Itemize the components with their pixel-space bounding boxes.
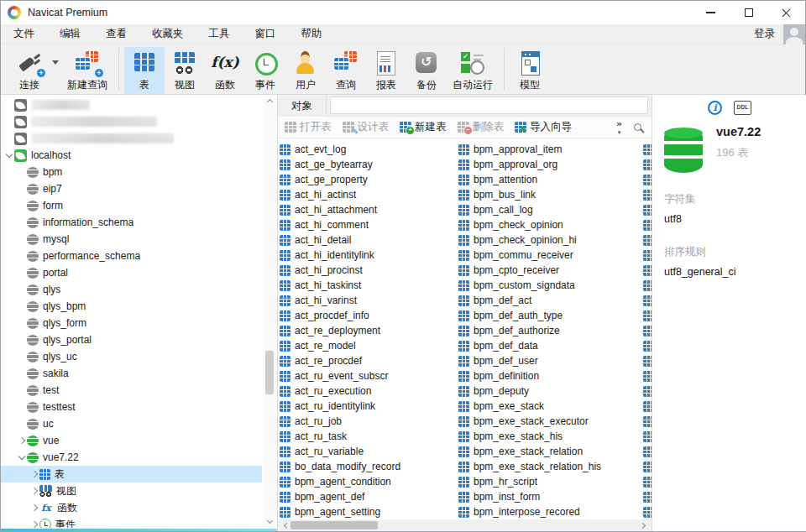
- toolbar-button-new-query[interactable]: +新建查询: [61, 47, 113, 94]
- tree-item-事件[interactable]: 事件: [1, 516, 262, 528]
- tree-item-mysql[interactable]: mysql: [1, 231, 262, 248]
- table-item[interactable]: bpm_exe_stack_executor: [458, 414, 636, 429]
- table-item-clipped[interactable]: [643, 157, 652, 172]
- table-item[interactable]: act_hi_identitylink: [280, 248, 458, 263]
- table-item[interactable]: bpm_definition: [458, 368, 636, 383]
- menu-item-1[interactable]: 文件: [1, 24, 47, 44]
- table-item[interactable]: bpm_approval_item: [458, 142, 636, 157]
- table-item-clipped[interactable]: [643, 293, 652, 308]
- table-item[interactable]: act_ru_identitylink: [280, 399, 458, 414]
- objects-toolbar-import-table-button[interactable]: 导入向导: [515, 120, 572, 134]
- table-item[interactable]: act_evt_log: [280, 142, 458, 157]
- table-item[interactable]: bpm_def_auth_type: [458, 308, 636, 323]
- toolbar-button-events[interactable]: 事件: [245, 47, 285, 94]
- table-item-clipped[interactable]: [643, 353, 652, 368]
- chevron-right-icon[interactable]: [29, 503, 39, 513]
- table-item-clipped[interactable]: [643, 383, 652, 399]
- table-item-clipped[interactable]: [643, 248, 652, 263]
- table-item-clipped[interactable]: [643, 504, 652, 519]
- menu-item-4[interactable]: 收藏夹: [139, 24, 196, 44]
- table-item[interactable]: act_ge_bytearray: [280, 157, 458, 172]
- tree-item-sakila[interactable]: sakila: [1, 365, 262, 382]
- table-item[interactable]: bpm_call_log: [458, 202, 636, 217]
- tree-item-eip7[interactable]: eip7: [1, 180, 262, 197]
- tree-item-form[interactable]: form: [1, 197, 262, 214]
- scroll-up-arrow-icon[interactable]: [263, 95, 276, 107]
- scroll-left-arrow-icon[interactable]: [280, 519, 291, 531]
- tree-item-vue7.22[interactable]: vue7.22: [1, 449, 262, 466]
- table-item[interactable]: act_ru_job: [280, 414, 458, 429]
- table-item[interactable]: bpm_interpose_recored: [458, 504, 636, 519]
- menu-item-6[interactable]: 窗口: [243, 24, 289, 44]
- table-item-clipped[interactable]: [643, 308, 652, 323]
- tree-item-函数[interactable]: fx函数: [1, 499, 262, 516]
- toolbar-button-tables[interactable]: 表: [124, 47, 165, 94]
- table-item-clipped[interactable]: [643, 429, 652, 444]
- tree-item-qlys_portal[interactable]: qlys_portal: [1, 331, 262, 348]
- objects-toolbar-new-table-button[interactable]: 新建表: [400, 120, 447, 134]
- tree-item-test[interactable]: test: [1, 382, 262, 399]
- table-item-clipped[interactable]: [643, 263, 652, 278]
- table-item[interactable]: bpm_exe_stack_relation_his: [458, 459, 636, 474]
- tree-item-vue[interactable]: vue: [1, 432, 262, 449]
- chevron-right-icon[interactable]: [29, 486, 39, 496]
- toolbar-button-connection[interactable]: +连接: [9, 47, 50, 94]
- toolbar-button-automation[interactable]: 自动运行: [447, 47, 499, 94]
- table-item-clipped[interactable]: [643, 278, 652, 293]
- table-item-clipped[interactable]: [643, 368, 652, 383]
- tab-objects[interactable]: 对象: [278, 95, 327, 117]
- table-item-clipped[interactable]: [643, 323, 652, 338]
- table-item[interactable]: bpm_exe_stack: [458, 399, 636, 414]
- tree-item-connection-2[interactable]: [1, 113, 262, 130]
- table-item-clipped[interactable]: [643, 414, 652, 429]
- table-item-clipped[interactable]: [643, 172, 652, 187]
- table-item-clipped[interactable]: [643, 399, 652, 414]
- table-item[interactable]: act_ge_property: [280, 172, 458, 187]
- table-item-clipped[interactable]: [643, 232, 652, 248]
- table-item[interactable]: bpm_exe_stack_his: [458, 429, 636, 444]
- menu-item-3[interactable]: 查看: [93, 24, 139, 44]
- table-item-clipped[interactable]: [643, 142, 652, 157]
- tree-item-表[interactable]: 表: [1, 466, 262, 482]
- toolbar-button-functions[interactable]: f(x)函数: [205, 47, 245, 94]
- maximize-button[interactable]: [730, 1, 767, 24]
- table-item-clipped[interactable]: [643, 489, 652, 504]
- table-item-clipped[interactable]: [643, 474, 652, 489]
- toolbar-overflow-button[interactable]: » ▾: [616, 118, 622, 136]
- table-item[interactable]: bpm_agent_def: [280, 489, 458, 504]
- table-item[interactable]: bpm_def_user: [458, 353, 636, 368]
- objects-toolbar-open-table-button[interactable]: 打开表: [285, 120, 332, 134]
- table-item[interactable]: bpm_commu_receiver: [458, 248, 636, 263]
- tree-item-portal[interactable]: portal: [1, 264, 262, 281]
- tree-item-performance_schema[interactable]: performance_schema: [1, 248, 262, 264]
- connection-dropdown-arrow-icon[interactable]: [50, 47, 61, 77]
- tree-item-qlys_bpm[interactable]: qlys_bpm: [1, 298, 262, 315]
- tree-item-qlys[interactable]: qlys: [1, 281, 262, 298]
- info-icon[interactable]: [708, 101, 722, 115]
- chevron-right-icon[interactable]: [29, 519, 39, 528]
- tree-vertical-scrollbar[interactable]: [263, 95, 276, 528]
- tree-item-qlys_uc[interactable]: qlys_uc: [1, 348, 262, 365]
- tree-item-connection-3[interactable]: [1, 130, 262, 147]
- table-item[interactable]: bpm_inst_form: [458, 489, 636, 504]
- table-item[interactable]: bpm_check_opinion: [458, 217, 636, 232]
- table-item[interactable]: act_hi_varinst: [280, 293, 458, 308]
- close-button[interactable]: [767, 1, 805, 24]
- table-item[interactable]: act_ru_variable: [280, 444, 458, 459]
- minimize-button[interactable]: [692, 1, 730, 24]
- table-item[interactable]: act_re_procdef: [280, 353, 458, 368]
- table-item[interactable]: act_hi_taskinst: [280, 278, 458, 293]
- table-item[interactable]: bpm_def_act: [458, 293, 636, 308]
- table-item-clipped[interactable]: [643, 217, 652, 232]
- table-item[interactable]: bpm_deputy: [458, 383, 636, 399]
- table-item[interactable]: bpm_cpto_receiver: [458, 263, 636, 278]
- table-item[interactable]: bpm_bus_link: [458, 187, 636, 202]
- table-item[interactable]: bpm_attention: [458, 172, 636, 187]
- table-item[interactable]: bpm_hr_script: [458, 474, 636, 489]
- table-item[interactable]: act_hi_attachment: [280, 202, 458, 217]
- table-item[interactable]: bpm_check_opinion_hi: [458, 232, 636, 248]
- tree-item-information_schema[interactable]: information_schema: [1, 214, 262, 231]
- tree-item-localhost[interactable]: localhost: [1, 147, 262, 164]
- table-item[interactable]: act_re_deployment: [280, 323, 458, 338]
- table-item[interactable]: bpm_custom_signdata: [458, 278, 636, 293]
